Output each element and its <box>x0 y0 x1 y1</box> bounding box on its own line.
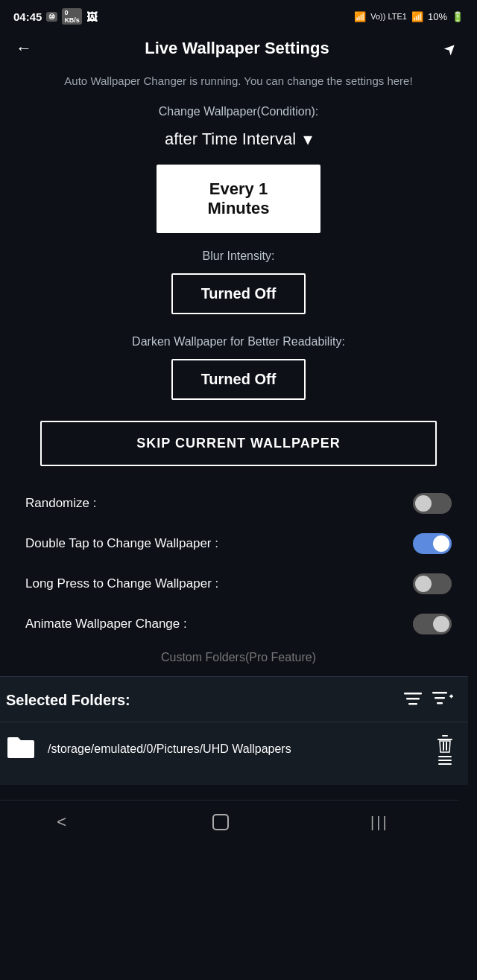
nav-recent-icon: ||| <box>370 814 389 831</box>
nav-back-icon: < <box>57 812 66 832</box>
status-badge-10: ⑩ <box>46 12 57 22</box>
skip-wallpaper-button[interactable]: SKIP CURRENT WALLPAPER <box>40 421 437 466</box>
nav-recent-button[interactable]: ||| <box>357 800 402 844</box>
add-folder-icon-button[interactable] <box>432 690 453 711</box>
status-icon-image: 🖼 <box>86 10 98 23</box>
wifi-icon: 📶 <box>354 11 366 22</box>
svg-rect-7 <box>451 694 452 698</box>
status-badge-kb: 0KB/s <box>62 8 82 25</box>
doubletap-row: Double Tap to Change Wallpaper : <box>18 524 459 563</box>
chevron-down-icon: ▾ <box>303 129 312 150</box>
folders-title: Selected Folders: <box>6 692 130 709</box>
svg-rect-8 <box>437 739 452 740</box>
interval-button[interactable]: Every 1 Minutes <box>157 165 320 233</box>
filter-icon-button[interactable] <box>404 691 422 710</box>
nav-home-button[interactable] <box>198 800 243 844</box>
sort-lines-icon <box>438 756 452 765</box>
blur-intensity-label: Blur Intensity: <box>203 249 275 263</box>
selected-folders-section: Selected Folders: <box>0 676 468 785</box>
svg-rect-4 <box>435 697 445 699</box>
custom-folders-label: Custom Folders(Pro Feature) <box>18 651 459 664</box>
svg-rect-9 <box>442 735 448 736</box>
darken-wallpaper-section: Darken Wallpaper for Better Readability:… <box>18 335 459 413</box>
darken-wallpaper-label: Darken Wallpaper for Better Readability: <box>132 335 345 349</box>
svg-rect-11 <box>446 742 447 751</box>
page-title: Live Wallpaper Settings <box>37 39 437 58</box>
svg-rect-3 <box>432 692 447 694</box>
add-folder-icon <box>432 690 453 707</box>
animate-row: Animate Wallpaper Change : <box>18 605 459 643</box>
status-time: 04:45 ⑩ 0KB/s 🖼 <box>13 8 98 25</box>
svg-rect-1 <box>406 698 420 700</box>
longpress-row: Long Press to Change Wallpaper : <box>18 564 459 603</box>
delete-icon <box>437 734 453 754</box>
subtitle-text: Auto Wallpaper Changer is running. You c… <box>64 73 412 90</box>
folder-file-icon <box>6 734 36 766</box>
condition-dropdown[interactable]: after Time Interval ▾ <box>165 129 312 150</box>
doubletap-label: Double Tap to Change Wallpaper : <box>25 536 218 551</box>
animate-toggle[interactable] <box>413 614 452 634</box>
dropdown-value: after Time Interval <box>165 130 296 149</box>
randomize-slider <box>413 493 452 514</box>
battery-percent: 10% <box>428 11 447 22</box>
randomize-label: Randomize : <box>25 496 96 511</box>
animate-slider <box>413 614 452 634</box>
folder-path: /storage/emulated/0/Pictures/UHD Wallpap… <box>48 741 425 757</box>
nav-bar: < ||| <box>0 800 459 844</box>
folders-header-icons <box>404 690 453 711</box>
folders-header: Selected Folders: <box>0 677 468 722</box>
status-right-icons: 📶 Vo)) LTE1 📶 10% 🔋 <box>354 11 464 22</box>
longpress-slider <box>413 573 452 594</box>
time-display: 04:45 <box>13 10 42 23</box>
blur-intensity-button[interactable]: Turned Off <box>171 273 306 314</box>
app-header: Live Wallpaper Settings ➤ <box>0 31 477 66</box>
filter-icon <box>404 691 422 706</box>
list-item: /storage/emulated/0/Pictures/UHD Wallpap… <box>0 722 468 777</box>
svg-rect-12 <box>213 815 228 830</box>
main-content: Auto Wallpaper Changer is running. You c… <box>0 66 477 800</box>
signal-icon: 📶 <box>411 11 423 22</box>
condition-label: Change Wallpaper(Condition): <box>159 105 319 118</box>
back-button[interactable] <box>10 39 37 58</box>
svg-rect-0 <box>404 693 422 695</box>
svg-rect-5 <box>437 702 443 704</box>
randomize-row: Randomize : <box>18 484 459 523</box>
animate-label: Animate Wallpaper Change : <box>25 617 187 631</box>
doubletap-slider <box>413 533 452 554</box>
darken-wallpaper-button[interactable]: Turned Off <box>171 359 306 400</box>
status-bar: 04:45 ⑩ 0KB/s 🖼 📶 Vo)) LTE1 📶 10% 🔋 <box>0 0 477 31</box>
longpress-toggle[interactable] <box>413 573 452 594</box>
randomize-toggle[interactable] <box>413 493 452 514</box>
doubletap-toggle[interactable] <box>413 533 452 554</box>
battery-icon: 🔋 <box>452 11 464 22</box>
svg-rect-2 <box>408 703 417 705</box>
share-button[interactable]: ➤ <box>435 33 466 64</box>
network-label: Vo)) LTE1 <box>370 12 407 21</box>
blur-intensity-section: Blur Intensity: Turned Off <box>18 249 459 328</box>
longpress-label: Long Press to Change Wallpaper : <box>25 576 218 591</box>
nav-home-icon <box>211 812 230 832</box>
svg-rect-10 <box>443 742 444 751</box>
nav-back-button[interactable]: < <box>40 800 84 844</box>
folder-delete-button[interactable] <box>437 734 453 765</box>
